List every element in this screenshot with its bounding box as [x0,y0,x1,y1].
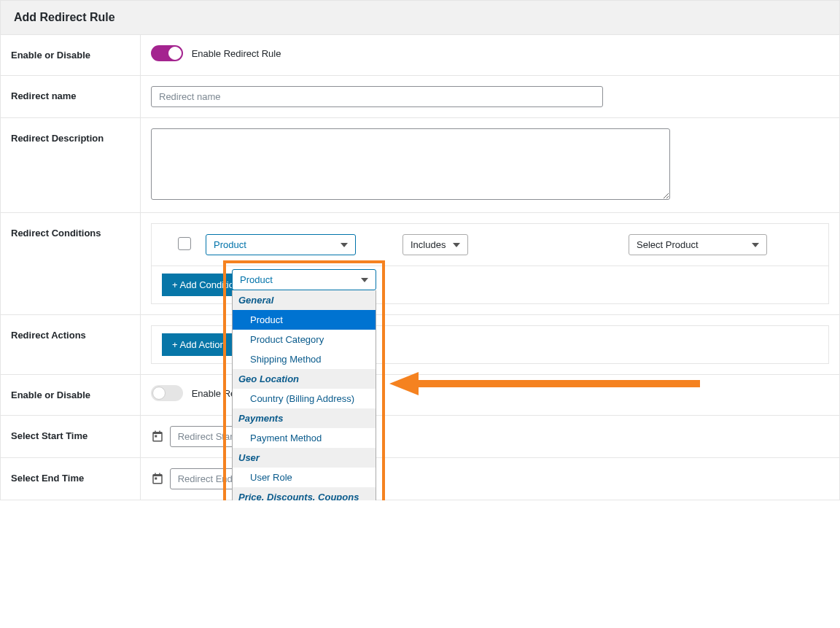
dropdown-group-header: Payments [233,408,376,428]
redirect-name-input[interactable] [151,86,603,107]
condition-value-select[interactable]: Select Product [629,234,767,255]
row-label-description: Redirect Description [1,118,141,213]
calendar-icon [151,430,164,445]
dropdown-option[interactable]: Payment Method [233,428,376,448]
dropdown-option[interactable]: Product Category [233,330,376,349]
dropdown-option[interactable]: Shipping Method [233,349,376,369]
condition-type-select-open[interactable]: Product [232,269,376,290]
annotation-arrow [389,373,703,394]
dropdown-group-header: User [233,448,376,468]
dropdown-group-header: Geo Location [233,369,376,389]
condition-match-select[interactable]: Includes [402,234,468,255]
page-title: Add Redirect Rule [14,11,826,24]
condition-row-checkbox[interactable] [178,237,191,250]
row-label-name: Redirect name [1,76,141,118]
redirect-description-textarea[interactable] [151,128,670,200]
dropdown-group-header: General [233,290,376,310]
enable-rule-toggle-label: Enable Redirect Rule [192,48,281,59]
dropdown-group-header: Price, Discounts, Coupons [233,487,376,500]
chevron-down-icon [453,243,460,247]
chevron-down-icon [752,243,759,247]
enable-time-range-toggle[interactable] [151,385,183,401]
chevron-down-icon [361,278,368,282]
row-label-end: Select End Time [1,458,141,500]
row-label-enable: Enable or Disable [1,35,141,76]
row-label-enable-time: Enable or Disable [1,375,141,416]
condition-type-select[interactable]: Product [206,234,356,255]
row-label-conditions: Redirect Conditions [1,213,141,315]
form-header: Add Redirect Rule [0,0,840,34]
dropdown-option[interactable]: Product [233,310,376,330]
dropdown-option[interactable]: User Role [233,468,376,487]
settings-table: Enable or Disable Enable Redirect Rule R… [0,34,840,500]
row-label-actions: Redirect Actions [1,315,141,375]
condition-type-dropdown: Product GeneralProductProduct CategorySh… [223,260,385,500]
dropdown-option[interactable]: Country (Billing Address) [233,389,376,408]
row-label-start: Select Start Time [1,416,141,458]
chevron-down-icon [341,243,348,247]
condition-type-option-list: GeneralProductProduct CategoryShipping M… [232,290,376,500]
enable-rule-toggle[interactable] [151,45,183,61]
calendar-icon [151,472,164,487]
